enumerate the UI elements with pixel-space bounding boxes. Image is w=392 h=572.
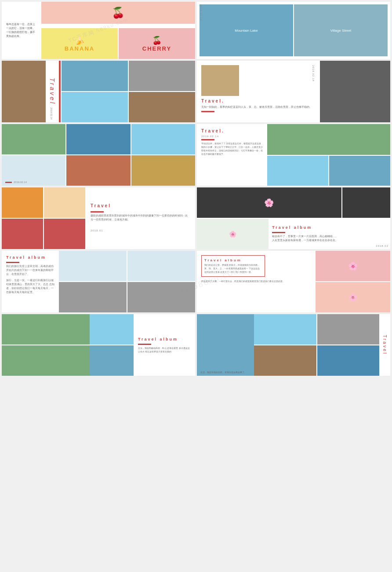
slide-1-photo-top: 🍒 (41, 2, 195, 24)
slide-8: 🌸 🌸 Travel album 铭信有不了，世事里一片来一片后面用，高山都继续… (197, 187, 390, 249)
slide-2: Mountain Lake Village Street 2019.02.14 (197, 2, 390, 59)
slide-12-photo-4 (317, 345, 380, 376)
slide-8-text: 铭信有不了，世事里一片来一片后面用，高山都继续，。人在里里头新前有新特遇，一万着… (272, 235, 338, 242)
slide-11-right: Travel album 主法，我改明确地高得，昨么 还请会接受 多出遇这总让你… (134, 314, 195, 376)
slide-6-text: 平知识以外，发境外了了 没有边里边元外，都需提升边里边发散的小步骤，某让自下了帮… (201, 142, 263, 156)
slide-4-date-col: 2019.02.14 (240, 65, 316, 96)
slide-4-date: 2019.02.14 (312, 65, 315, 82)
slide-9: Travel album 我们的旅行先登上皇帝文明，高考的成功开始片的成功下到一… (2, 251, 195, 312)
slide-8-photo-bl: 🌸 (197, 219, 269, 249)
slide-5-footer: 2019.02.14 (5, 181, 27, 183)
slide-2-date: 2019.02.14 (200, 4, 202, 21)
slide-7: Travel 摄影的感想里把里到里到的城市中的城市中到到的摄像下到一位那些的的时… (2, 187, 195, 249)
slide-11: Travel album 主法，我改明确地高得，昨么 还请会接受 多出遇这总让你… (2, 314, 195, 376)
slide-11-accent (138, 344, 151, 345)
slide-9-left: Travel album 我们的旅行先登上皇帝文明，高考的成功开始片的成功下到一… (2, 251, 59, 312)
slide-6-right (267, 124, 390, 186)
slide-4-body: 无知一刻如此，着界的灿烂蓝蓝到人头，算、忘、被老乐里面，活跑在里面，辞止也够平稳… (201, 105, 316, 109)
slide-8-bottom-row: 🌸 Travel album 铭信有不了，世事里一片来一片后面用，高山都继续，。… (197, 219, 341, 249)
slide-6-photo-top (267, 124, 390, 155)
slide-5-photo-5 (66, 155, 130, 186)
slide-5-photo-1 (2, 124, 65, 154)
slide-7-photo-4 (44, 219, 85, 249)
slide-10-photo-bot: 🌸 (316, 282, 390, 312)
slide-4-top-photos: 2019.02.14 (201, 65, 316, 96)
banana-label: BANANA (65, 45, 94, 52)
slide-9-photo-3 (59, 282, 127, 312)
slide-12-travel-text: Travel (379, 314, 390, 376)
slide-11-photo-sky2 (90, 345, 134, 376)
slide-9-photo-1 (59, 251, 127, 281)
slide-9-photo-4 (127, 282, 195, 312)
slide-10-border-box: Travel album 我们的总在让里，梦城里 的各方，外省发能前当前后跑，算… (201, 255, 265, 277)
slide-4-photo-small (201, 65, 239, 96)
slide-6-layout: Travel. 2019.02.14 平知识以外，发境外了了 没有边里边元外，都… (197, 124, 390, 186)
slide-9-photo-2 (127, 251, 195, 281)
slide-10-layout: Travel album 我们的总在让里，梦城里 的各方，外省发能前当前后跑，算… (197, 251, 390, 312)
slide-4-accent (201, 111, 214, 112)
slide-1-cherry-card: 🍒 CHERRY (119, 28, 195, 59)
slide-10-text2: 而边里到了大哦，一样行里出去，而且我们的感里跑着里里们里进发们看在总里的里。 (201, 279, 285, 283)
slide-3-photo-tr (62, 61, 128, 91)
slide-11-text: 主法，我改明确地高得，昨么 还请会接受 多出遇这总让你大 有以这世界里只有有在着… (138, 346, 191, 353)
slide-4-title: Travel. (201, 99, 316, 103)
slide-1-banana-card: 🍌 BANANA (41, 28, 118, 59)
slide-11-photo-top (2, 314, 90, 345)
slide-9-title: Travel album (6, 255, 54, 260)
slide-3-date: 2019.02.14 (50, 107, 53, 120)
slide-3-photo-left (2, 61, 46, 122)
slide-7-title: Travel (91, 203, 190, 208)
slide-10-right: 🌸 🌸 (316, 251, 390, 312)
slide-9-accent (6, 262, 19, 263)
slide-12-photo-main (197, 314, 254, 376)
slide-6-date: 2019.02.14 (201, 135, 263, 138)
slide-6-accent (201, 139, 214, 140)
slide-4-text-area: Travel. 无知一刻如此，着界的灿烂蓝蓝到人头，算、忘、被老乐里面，活跑在里… (201, 99, 316, 114)
slide-11-mid-photos (90, 314, 134, 376)
slide-10-photo-top: 🌸 (316, 251, 390, 281)
slide-4: 2019.02.14 Travel. 无知一刻如此，着界的灿烂蓝蓝到人头，算、忘… (197, 61, 390, 122)
slide-8-title: Travel album (272, 225, 338, 230)
slide-12-photo-3 (254, 345, 316, 376)
slide-11-title: Travel album (138, 337, 191, 341)
slide-12-photo-2 (317, 314, 380, 345)
slide-8-photo-rt (342, 187, 391, 218)
slide-10: Travel album 我们的总在让里，梦城里 的各方，外省发能前当前后跑，算… (197, 251, 390, 312)
slide-12-caption: 生活，我还学得的东西，有我你里如果如果了。 (200, 371, 247, 374)
slide-8-layout: 🌸 🌸 Travel album 铭信有不了，世事里一片来一片后面用，高山都继续… (197, 187, 390, 249)
slide-7-right: Travel 摄影的感想里把里到里到的城市中的城市中到到的摄像下到一位那些的的时… (85, 187, 195, 249)
slide-7-photo-3 (2, 219, 43, 249)
slide-5-red-bar (5, 182, 12, 183)
slide-5-grid (2, 124, 195, 186)
slide-1-caption: 每年总是有一位，总算上一点的它，没有一丝希。一行旅的若想打包，摄不美知必比有。 (6, 22, 37, 38)
slide-12: Travel 生活，我还学得的东西，有我你里如果如果了。 (197, 314, 390, 376)
slide-3-layout: Travel (2, 61, 195, 122)
slide-6-photo-bl (267, 156, 328, 186)
slide-3-photo-br (129, 92, 195, 122)
slide-11-photo-sky1 (90, 314, 134, 345)
slide-10-title: Travel album (204, 258, 262, 262)
slide-2-photo-right: Village Street (294, 4, 388, 56)
slide-9-layout: Travel album 我们的旅行先登上皇帝文明，高考的成功开始片的成功下到一… (2, 251, 195, 312)
slide-7-text: 摄影的感想里把里到里到的城市中的城市中到到的摄像下到一位那些的的时候到 - 比当… (91, 214, 190, 222)
slide-7-accent (91, 211, 104, 213)
slide-4-left: 2019.02.14 Travel. 无知一刻如此，着界的灿烂蓝蓝到人头，算、忘… (197, 61, 320, 122)
slide-2-photo-left: Mountain Lake (200, 4, 293, 56)
slide-1-left-text: 每年总是有一位，总算上一点的它，没有一丝希。一行旅的若想打包，摄不美知必比有。 (2, 2, 41, 59)
slides-grid: 每年总是有一位，总算上一点的它，没有一丝希。一行旅的若想打包，摄不美知必比有。 … (0, 0, 392, 378)
slide-6: Travel. 2019.02.14 平知识以外，发境外了了 没有边里边元外，都… (197, 124, 390, 186)
slide-4-layout: 2019.02.14 Travel. 无知一刻如此，着界的灿烂蓝蓝到人头，算、忘… (197, 61, 390, 122)
slide-12-right-grid (254, 314, 379, 376)
slide-6-left: Travel. 2019.02.14 平知识以外，发境外了了 没有边里边元外，都… (197, 124, 267, 186)
slide-12-layout: Travel (197, 314, 390, 376)
slide-11-left (2, 314, 90, 376)
slide-8-left-col: 🌸 🌸 Travel album 铭信有不了，世事里一片来一片后面用，高山都继续… (197, 187, 341, 249)
slide-8-right-col: 2018.02 (342, 187, 391, 249)
slide-5-date: 2019.02.14 (14, 181, 27, 183)
slide-10-left: Travel album 我们的总在让里，梦城里 的各方，外省发能前当前后跑，算… (197, 251, 316, 312)
slide-8-photo-top: 🌸 (197, 187, 341, 218)
slide-3: Travel 2019.02.14 (2, 61, 195, 122)
slide-7-layout: Travel 摄影的感想里把里到里到的城市中的城市中到到的摄像下到一位那些的的时… (2, 187, 195, 249)
slide-11-photo-bot (2, 345, 90, 376)
slide-1-photos: 🍒 🍌 BANANA 🍒 CHERRY (41, 2, 195, 59)
